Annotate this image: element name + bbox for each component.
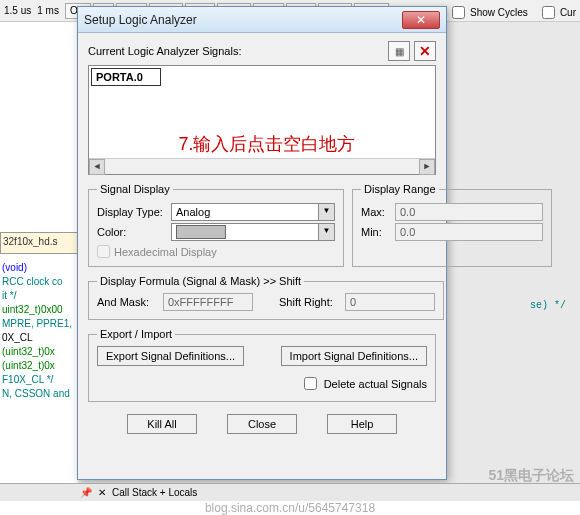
close-button[interactable]: Close bbox=[227, 414, 297, 434]
scroll-thumb[interactable] bbox=[105, 159, 419, 174]
code-line: 0X_CL bbox=[2, 331, 76, 345]
export-legend: Export / Import bbox=[97, 328, 175, 340]
mask-label: And Mask: bbox=[97, 296, 157, 308]
delete-signal-icon[interactable]: ✕ bbox=[414, 41, 436, 61]
h-scrollbar[interactable]: ◄ ► bbox=[89, 158, 435, 174]
code-area: (void) RCC clock co it */ uint32_t)0x00 … bbox=[0, 257, 78, 483]
close-icon[interactable]: ✕ bbox=[402, 11, 440, 29]
mask-input bbox=[163, 293, 253, 311]
color-swatch bbox=[176, 225, 226, 239]
max-label: Max: bbox=[361, 206, 391, 218]
delete-signals-checkbox[interactable] bbox=[304, 377, 317, 390]
code-line: N, CSSON and bbox=[2, 387, 76, 401]
status-bar: 📌 ✕ Call Stack + Locals bbox=[0, 483, 580, 501]
display-type-combo[interactable]: ▼ bbox=[171, 203, 335, 221]
watermark-forum: 51黑电子论坛 bbox=[488, 467, 574, 485]
min-label: Min: bbox=[361, 226, 391, 238]
show-cycles-check[interactable]: Show Cycles bbox=[448, 3, 528, 22]
dialog-title: Setup Logic Analyzer bbox=[84, 13, 402, 27]
code-line: (uint32_t)0x bbox=[2, 345, 76, 359]
scroll-right-icon[interactable]: ► bbox=[419, 159, 435, 175]
pin-icon[interactable]: 📌 bbox=[80, 487, 92, 498]
color-label: Color: bbox=[97, 226, 167, 238]
display-type-input[interactable] bbox=[171, 203, 319, 221]
hex-label: Hexadecimal Display bbox=[114, 246, 217, 258]
code-line: RCC clock co bbox=[2, 275, 76, 289]
time-label-2: 1 ms bbox=[37, 5, 59, 16]
scroll-left-icon[interactable]: ◄ bbox=[89, 159, 105, 175]
code-line: (uint32_t)0x bbox=[2, 359, 76, 373]
titlebar[interactable]: Setup Logic Analyzer ✕ bbox=[78, 7, 446, 33]
watermark-url: blog.sina.com.cn/u/5645747318 bbox=[0, 501, 580, 515]
right-code-fragment: se) */ bbox=[530, 300, 580, 311]
code-line: MPRE, PPRE1, bbox=[2, 317, 76, 331]
cur-check[interactable]: Cur bbox=[538, 3, 576, 22]
signals-label: Current Logic Analyzer Signals: bbox=[88, 45, 241, 57]
close-panel-icon[interactable]: ✕ bbox=[98, 487, 106, 498]
setup-logic-analyzer-dialog: Setup Logic Analyzer ✕ Current Logic Ana… bbox=[77, 6, 447, 480]
signal-display-legend: Signal Display bbox=[97, 183, 173, 195]
import-button[interactable]: Import Signal Definitions... bbox=[281, 346, 427, 366]
display-range-legend: Display Range bbox=[361, 183, 439, 195]
shift-label: Shift Right: bbox=[279, 296, 339, 308]
help-button[interactable]: Help bbox=[327, 414, 397, 434]
hex-checkbox bbox=[97, 245, 110, 258]
code-line: uint32_t)0x00 bbox=[2, 303, 76, 317]
new-signal-icon[interactable]: ▦ bbox=[388, 41, 410, 61]
display-type-label: Display Type: bbox=[97, 206, 167, 218]
color-combo[interactable]: ▼ bbox=[171, 223, 335, 241]
delete-signals-label: Delete actual Signals bbox=[324, 378, 427, 390]
display-formula-group: Display Formula (Signal & Mask) >> Shift… bbox=[88, 275, 444, 320]
bg-checks: Show Cycles Cur bbox=[448, 3, 576, 22]
export-import-group: Export / Import Export Signal Definition… bbox=[88, 328, 436, 402]
chevron-down-icon[interactable]: ▼ bbox=[319, 223, 335, 241]
kill-all-button[interactable]: Kill All bbox=[127, 414, 197, 434]
status-text: Call Stack + Locals bbox=[112, 487, 197, 498]
code-line: (void) bbox=[2, 261, 76, 275]
time-label-1: 1.5 us bbox=[4, 5, 31, 16]
formula-legend: Display Formula (Signal & Mask) >> Shift bbox=[97, 275, 304, 287]
signal-display-group: Signal Display Display Type: ▼ Color: ▼ bbox=[88, 183, 344, 267]
file-tab[interactable]: 32f10x_hd.s bbox=[0, 232, 78, 254]
code-line: F10X_CL */ bbox=[2, 373, 76, 387]
export-button[interactable]: Export Signal Definitions... bbox=[97, 346, 244, 366]
min-input bbox=[395, 223, 543, 241]
display-range-group: Display Range Max: Min: bbox=[352, 183, 552, 267]
chevron-down-icon[interactable]: ▼ bbox=[319, 203, 335, 221]
signal-list[interactable]: PORTA.0 7.输入后点击空白地方 ◄ ► bbox=[88, 65, 436, 175]
shift-input bbox=[345, 293, 435, 311]
code-line: it */ bbox=[2, 289, 76, 303]
signal-input[interactable]: PORTA.0 bbox=[91, 68, 161, 86]
left-panel: 32f10x_hd.s (void) RCC clock co it */ ui… bbox=[0, 22, 78, 483]
annotation-text: 7.输入后点击空白地方 bbox=[109, 132, 425, 156]
max-input bbox=[395, 203, 543, 221]
